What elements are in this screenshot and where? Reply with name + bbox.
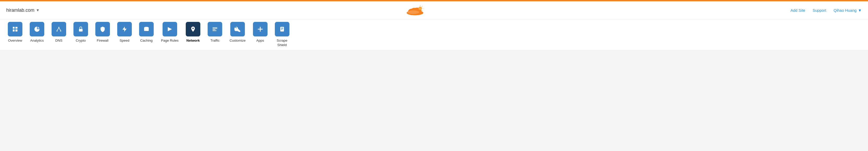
nav-label-scrape-shield: ScrapeShield [277,38,287,48]
nav-item-scrape-shield[interactable]: ScrapeShield [271,22,293,50]
nav-bar: OverviewAnalyticsDNSCryptoFirewallSpeedC… [0,19,868,50]
nav-item-page-rules[interactable]: Page Rules [157,22,182,46]
nav-label-customize: Customize [229,38,245,43]
page-rules-icon [162,22,177,36]
apps-icon [253,22,268,36]
svg-point-20 [81,30,81,31]
svg-rect-11 [13,29,14,31]
chevron-down-icon: ▼ [36,8,40,12]
analytics-icon [30,22,44,36]
site-name: hiramlab.com [6,7,34,13]
network-icon [186,22,200,36]
nav-item-customize[interactable]: Customize [226,22,249,46]
nav-label-overview: Overview [8,38,22,43]
nav-label-traffic: Traffic [211,38,220,43]
user-name: Qihao Huang [834,8,857,12]
svg-line-17 [57,28,59,30]
nav-label-page-rules: Page Rules [161,38,179,43]
caching-icon [139,22,154,36]
nav-item-analytics[interactable]: Analytics [26,22,48,46]
customize-icon [230,22,245,36]
nav-label-apps: Apps [256,38,264,43]
svg-line-18 [59,28,61,30]
svg-point-4 [418,6,422,10]
speed-icon [117,22,132,36]
nav-label-speed: Speed [120,38,129,43]
nav-item-caching[interactable]: Caching [135,22,157,46]
svg-line-8 [422,10,423,11]
nav-item-apps[interactable]: Apps [249,22,271,46]
svg-marker-21 [122,27,127,32]
svg-rect-13 [16,29,18,31]
svg-point-23 [144,27,149,28]
crypto-icon [73,22,88,36]
svg-point-9 [407,10,419,14]
site-selector[interactable]: hiramlab.com ▼ [6,7,40,13]
support-link[interactable]: Support [812,8,826,12]
user-menu[interactable]: Qihao Huang ▼ [834,8,862,12]
nav-label-crypto: Crypto [76,38,86,43]
traffic-icon [208,22,222,36]
nav-item-dns[interactable]: DNS [48,22,70,46]
cloudflare-logo [405,4,425,16]
scrape-shield-icon [275,22,289,36]
nav-item-speed[interactable]: Speed [114,22,135,46]
svg-marker-26 [168,27,172,31]
svg-rect-33 [280,27,284,31]
svg-rect-12 [16,27,18,29]
nav-item-network[interactable]: Network [182,22,204,46]
svg-point-15 [57,30,58,31]
nav-item-traffic[interactable]: Traffic [204,22,226,46]
nav-label-analytics: Analytics [30,38,44,43]
user-chevron-icon: ▼ [858,8,862,12]
svg-rect-10 [13,27,14,29]
nav-item-firewall[interactable]: Firewall [92,22,114,46]
logo-area [405,4,425,16]
dns-icon [52,22,66,36]
nav-label-dns: DNS [55,38,62,43]
header: hiramlab.com ▼ Add Site Support Qihao Hu… [0,1,868,19]
svg-point-16 [60,30,61,31]
nav-label-caching: Caching [140,38,153,43]
nav-label-network: Network [187,38,200,43]
nav-item-crypto[interactable]: Crypto [70,22,92,46]
svg-line-6 [422,6,423,6]
header-actions: Add Site Support Qihao Huang ▼ [790,8,862,12]
nav-label-firewall: Firewall [97,38,108,43]
svg-point-14 [58,27,59,28]
firewall-icon [95,22,110,36]
nav-item-overview[interactable]: Overview [4,22,26,46]
add-site-link[interactable]: Add Site [790,8,805,12]
overview-icon [8,22,22,36]
